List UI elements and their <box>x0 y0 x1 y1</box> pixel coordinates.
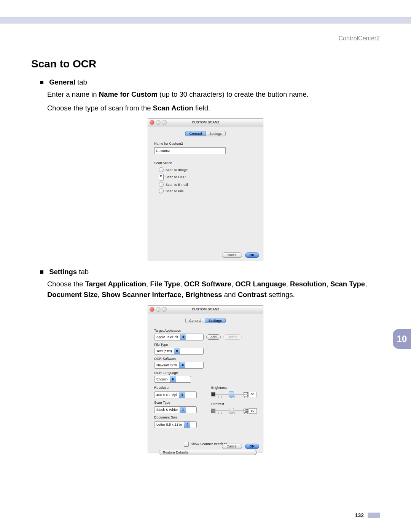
scan-action-label: Scan Action <box>154 161 257 165</box>
cancel-button[interactable]: Cancel <box>222 252 242 258</box>
document-size-label: Document Size <box>154 415 204 419</box>
settings-para: Choose the Target Application, File Type… <box>47 279 380 300</box>
target-application-label: Target Application <box>154 329 257 332</box>
zoom-icon[interactable] <box>162 307 167 312</box>
page-number: 132 <box>355 512 364 518</box>
file-type-label: File Type <box>154 343 257 347</box>
delete-button: Delete <box>223 334 242 340</box>
brightness-slider[interactable]: 50 <box>211 391 257 400</box>
bullet-icon: ■ <box>40 267 47 277</box>
ocr-software-select[interactable]: Newsoft OCR <box>154 362 204 369</box>
close-icon[interactable] <box>150 307 155 312</box>
chevron-up-down-icon <box>179 392 185 398</box>
app-header-label: ControlCenter2 <box>31 35 380 42</box>
chevron-up-down-icon <box>170 376 176 382</box>
tab-segment: General Settings <box>185 318 226 323</box>
slider-thumb[interactable] <box>229 391 234 398</box>
slider-thumb[interactable] <box>229 408 234 414</box>
name-for-custom-label: Name for Custom2 <box>154 142 257 145</box>
chevron-up-down-icon <box>179 362 185 368</box>
general-para-1: Enter a name in Name for Custom (up to 3… <box>47 89 380 100</box>
screenshot-general-dialog: CUSTOM SCAN2 General Settings Name for C… <box>148 118 263 261</box>
window-traffic-lights[interactable] <box>150 120 167 125</box>
screenshot-settings-dialog: CUSTOM SCAN2 General Settings Target App… <box>148 305 263 452</box>
settings-tab-heading: ■ Settings tab <box>40 267 380 277</box>
section-title: Scan to OCR <box>31 58 380 70</box>
general-tab-heading: ■ General tab <box>40 77 380 88</box>
chevron-up-down-icon <box>184 422 190 428</box>
contrast-label: Contrast <box>211 402 257 406</box>
brightness-label: Brightness <box>211 386 257 390</box>
tab-segment: General Settings <box>185 131 225 136</box>
resolution-select[interactable]: 400 x 400 dpi <box>154 391 197 398</box>
radio-scan-to-email[interactable]: Scan to E-mail <box>159 182 257 187</box>
scan-type-label: Scan Type <box>154 401 204 404</box>
tab-general[interactable]: General <box>185 318 205 323</box>
radio-scan-to-file[interactable]: Scan to File <box>159 189 257 193</box>
add-button[interactable]: Add <box>206 334 221 340</box>
chevron-up-down-icon <box>180 334 186 340</box>
tab-settings[interactable]: Settings <box>205 318 226 323</box>
window-titlebar: CUSTOM SCAN2 <box>148 306 263 313</box>
window-titlebar: CUSTOM SCAN2 <box>148 119 263 126</box>
window-title: CUSTOM SCAN2 <box>192 307 219 311</box>
resolution-label: Resolution <box>154 386 204 390</box>
chapter-tab: 10 <box>393 329 411 349</box>
target-application-select[interactable]: Apple TextEdit <box>154 334 204 340</box>
file-type-select[interactable]: Text (*.txt) <box>154 348 204 355</box>
bullet-icon: ■ <box>40 77 47 88</box>
ok-button[interactable]: OK <box>245 252 260 258</box>
cancel-button[interactable]: Cancel <box>222 444 242 449</box>
name-for-custom-input[interactable] <box>154 147 226 154</box>
general-para-2: Choose the type of scan from the Scan Ac… <box>47 103 380 113</box>
ok-button[interactable]: OK <box>245 444 260 449</box>
minimize-icon[interactable] <box>156 120 161 125</box>
restore-defaults-button[interactable]: Restore Defaults <box>159 450 257 455</box>
contrast-slider[interactable]: 50 <box>211 407 257 416</box>
contrast-value: 50 <box>249 408 257 414</box>
checkbox-icon <box>184 442 189 447</box>
tab-general[interactable]: General <box>185 131 206 136</box>
ocr-language-select[interactable]: English <box>154 376 191 383</box>
scan-type-select[interactable]: Black & White <box>154 406 197 413</box>
window-traffic-lights[interactable] <box>150 307 167 312</box>
close-icon[interactable] <box>150 120 155 125</box>
zoom-icon[interactable] <box>162 120 167 125</box>
minimize-icon[interactable] <box>156 307 161 312</box>
document-size-select[interactable]: Letter 8.5 x 11 in <box>154 421 197 428</box>
chevron-up-down-icon <box>174 348 180 354</box>
ocr-software-label: OCR Software <box>154 357 257 361</box>
ocr-language-label: OCR Language <box>154 371 257 375</box>
window-title: CUSTOM SCAN2 <box>192 120 219 124</box>
brightness-value: 50 <box>249 392 257 397</box>
chevron-up-down-icon <box>180 407 186 413</box>
radio-scan-to-image[interactable]: Scan to Image <box>159 167 257 172</box>
tab-settings[interactable]: Settings <box>206 131 226 136</box>
footer-accent-bar <box>368 513 380 518</box>
radio-scan-to-ocr[interactable]: Scan to OCR <box>159 174 257 181</box>
